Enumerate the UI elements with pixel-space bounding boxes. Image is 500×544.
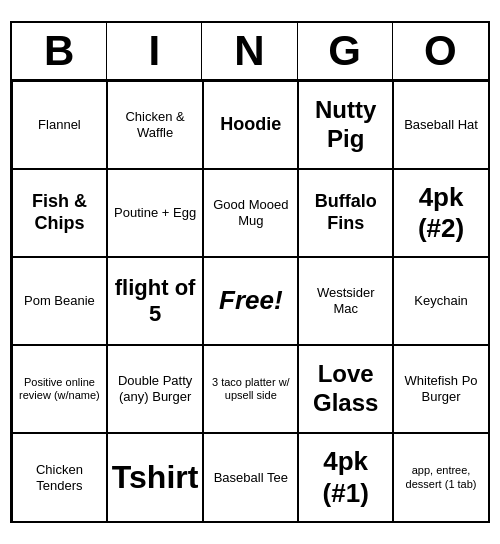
bingo-cell: Chicken Tenders xyxy=(12,433,107,521)
bingo-cell: Tshirt xyxy=(107,433,204,521)
bingo-cell: Chicken & Waffle xyxy=(107,81,204,169)
bingo-cell: app, entree, dessert (1 tab) xyxy=(393,433,488,521)
bingo-cell: Nutty Pig xyxy=(298,81,393,169)
bingo-grid: FlannelChicken & WaffleHoodieNutty PigBa… xyxy=(12,81,488,521)
bingo-card: BINGO FlannelChicken & WaffleHoodieNutty… xyxy=(10,21,490,523)
bingo-cell: 4pk (#1) xyxy=(298,433,393,521)
bingo-cell: Baseball Tee xyxy=(203,433,298,521)
bingo-header: BINGO xyxy=(12,23,488,81)
bingo-cell: 3 taco platter w/ upsell side xyxy=(203,345,298,433)
bingo-cell: Keychain xyxy=(393,257,488,345)
bingo-cell: Whitefish Po Burger xyxy=(393,345,488,433)
bingo-header-letter: I xyxy=(107,23,202,79)
bingo-cell: Free! xyxy=(203,257,298,345)
bingo-header-letter: B xyxy=(12,23,107,79)
bingo-cell: Baseball Hat xyxy=(393,81,488,169)
bingo-cell: Flannel xyxy=(12,81,107,169)
bingo-cell: Buffalo Fins xyxy=(298,169,393,257)
bingo-header-letter: O xyxy=(393,23,488,79)
bingo-header-letter: N xyxy=(202,23,297,79)
bingo-cell: Love Glass xyxy=(298,345,393,433)
bingo-cell: Double Patty (any) Burger xyxy=(107,345,204,433)
bingo-cell: Fish & Chips xyxy=(12,169,107,257)
bingo-cell: 4pk (#2) xyxy=(393,169,488,257)
bingo-cell: Positive online review (w/name) xyxy=(12,345,107,433)
bingo-cell: Poutine + Egg xyxy=(107,169,204,257)
bingo-header-letter: G xyxy=(298,23,393,79)
bingo-cell: Hoodie xyxy=(203,81,298,169)
bingo-cell: Pom Beanie xyxy=(12,257,107,345)
bingo-cell: Good Mooed Mug xyxy=(203,169,298,257)
bingo-cell: Westsider Mac xyxy=(298,257,393,345)
bingo-cell: flight of 5 xyxy=(107,257,204,345)
